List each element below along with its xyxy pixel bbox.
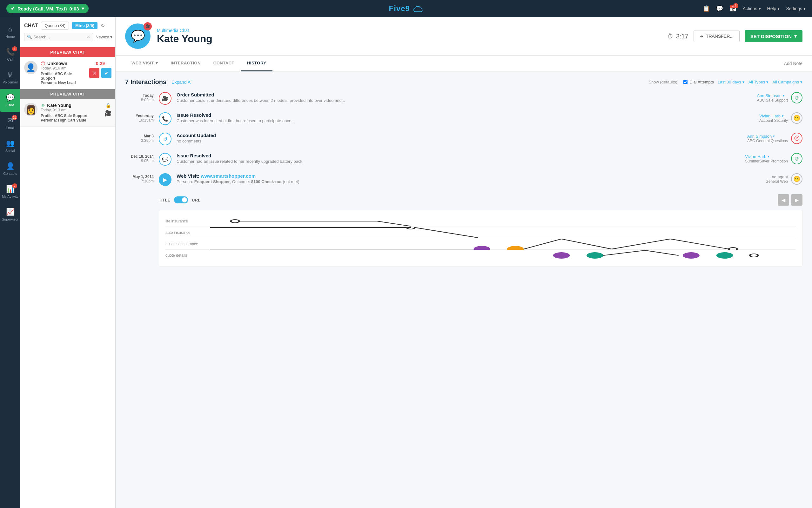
interaction-icon-2: 📞 — [159, 112, 171, 125]
journey-line-life — [210, 215, 796, 227]
svg-line-16 — [603, 250, 645, 255]
sidebar-supervisor-label: Supervisor — [2, 217, 19, 221]
sidebar-item-supervisor[interactable]: 📈 Supervisor — [0, 203, 20, 226]
calendar-icon[interactable]: 📅 1 — [729, 5, 736, 12]
interaction-body-1: Order Submitted Customer couldn't unders… — [177, 92, 752, 103]
preview-label-1: PREVIEW CHAT — [20, 47, 115, 57]
toggle-row: TITLE URL ◀ ▶ — [159, 194, 803, 206]
generic-avatar-icon: 👤 — [26, 63, 36, 72]
web-visit-link[interactable]: www.smartshopper.com — [201, 173, 256, 179]
preview-label-2: PREVIEW CHAT — [20, 89, 115, 99]
svg-point-0 — [231, 220, 239, 223]
interaction-right-3: Ann Simpson ▾ ABC General Questions ☹ — [747, 133, 803, 144]
chat-item-1[interactable]: 👤 ☹ Unknown Today, 9:16 am Profile: ABC … — [20, 57, 115, 89]
history-content: 7 Interactions Expand All Show (defaults… — [116, 72, 812, 508]
unhappy-indicator: ☹ — [41, 61, 45, 66]
journey-row-business-insurance: business insurance — [165, 238, 796, 250]
search-input[interactable] — [33, 35, 87, 39]
queue-button[interactable]: Queue (34) — [41, 22, 69, 30]
chat-actions-1: ✕ ✔ — [89, 68, 112, 78]
show-defaults-label: Show (defaults): — [649, 80, 678, 84]
accept-button-1[interactable]: ✔ — [101, 68, 112, 78]
journey-line-business — [210, 238, 796, 250]
interaction-icon-4: 💬 — [159, 153, 171, 166]
journey-svg-life — [210, 215, 796, 227]
nav-arrows: ◀ ▶ — [778, 194, 803, 206]
chat-item-info-1: ☹ Unknown Today, 9:16 am Profile: ABC Sa… — [41, 61, 86, 85]
tab-interaction[interactable]: INTERACTION — [164, 55, 207, 71]
all-campaigns-filter[interactable]: All Campaigns ▾ — [772, 80, 803, 84]
sidebar-item-home[interactable]: ⌂ Home — [0, 20, 20, 43]
sidebar-item-my-activity[interactable]: 📊 My Activity 2 — [0, 180, 20, 203]
interaction-desc-4: Customer had an issue related to her rec… — [177, 159, 740, 164]
journey-row-life-insurance: life insurance — [165, 215, 796, 227]
sidebar-item-social[interactable]: 👥 Social — [0, 134, 20, 157]
mine-button[interactable]: Mine (2/5) — [72, 22, 98, 29]
actions-button[interactable]: Actions ▾ — [743, 6, 761, 11]
reject-button-1[interactable]: ✕ — [89, 68, 100, 78]
help-button[interactable]: Help ▾ — [767, 6, 780, 11]
sidebar-item-chat[interactable]: 💬 Chat — [0, 89, 20, 112]
all-types-filter[interactable]: All Types ▾ — [748, 80, 769, 84]
last-days-arrow: ▾ — [742, 80, 745, 84]
contact-avatar: 💬 🎥 — [125, 24, 151, 49]
chat-item-persona-1: Persona: New Lead — [41, 81, 86, 85]
chat-item-profile-1: Profile: ABC Sale Support — [41, 72, 86, 81]
interaction-title-1: Order Submitted — [177, 92, 752, 97]
settings-button[interactable]: Settings ▾ — [786, 6, 806, 11]
tab-web-visit[interactable]: WEB VISIT ▾ — [125, 55, 164, 71]
svg-line-2 — [377, 221, 411, 226]
interaction-icon-5: ▶ — [159, 173, 171, 186]
search-input-wrap: 🔍 ✕ — [24, 33, 93, 41]
filter-row: Dial Attempts Last 30 days ▾ All Types ▾… — [683, 80, 803, 84]
sidebar-home-label: Home — [5, 35, 14, 38]
notepad-icon[interactable]: 📋 — [703, 5, 710, 12]
chat-panel-header: CHAT Queue (34) Mine (2/5) ↻ 🔍 ✕ Newest … — [20, 17, 115, 47]
svg-line-17 — [645, 250, 679, 255]
chat-item-2[interactable]: 👩 ☺ Kate Young Today, 9:13 am Profile: A… — [20, 99, 115, 127]
video-badge-header: 🎥 — [144, 22, 152, 31]
sidebar-email-label: Email — [6, 126, 14, 130]
agent-dropdown-2: ▾ — [782, 114, 784, 118]
svg-point-20 — [750, 254, 758, 257]
dial-attempts-checkbox[interactable] — [683, 80, 688, 84]
clear-icon[interactable]: ✕ — [87, 35, 90, 39]
agent-dropdown-3: ▾ — [773, 134, 775, 138]
interaction-right-4: Vivian Harb ▾ SummerSaver Promotion ☺ — [745, 153, 803, 164]
dial-attempts-label[interactable]: Dial Attempts — [683, 80, 714, 84]
next-arrow-button[interactable]: ▶ — [791, 194, 803, 206]
transfer-arrow-icon: ➜ — [700, 34, 703, 39]
sidebar-item-contacts[interactable]: 👤 Contacts — [0, 157, 20, 180]
logo-area: Five9 — [389, 4, 423, 13]
svg-line-11 — [612, 239, 670, 249]
interaction-item-1: Today 8:02am 🎥 Order Submitted Customer … — [125, 92, 803, 105]
sidebar-item-email[interactable]: ✉ Email 13 — [0, 112, 20, 134]
transfer-button[interactable]: ➜ TRANSFER... — [694, 30, 740, 42]
journey-line-auto — [210, 227, 796, 238]
logo-accent: 9 — [405, 4, 410, 13]
sort-arrow-icon: ▾ — [110, 35, 112, 39]
tab-history[interactable]: HISTORY — [241, 55, 273, 71]
interaction-right-1: Ann Simpson ▾ ABC Sale Support ☺ — [757, 92, 803, 103]
lock-icon: 🔒 — [106, 103, 111, 108]
set-disposition-button[interactable]: SET DISPOSITION ▾ — [745, 30, 803, 42]
add-note-button[interactable]: Add Note — [784, 61, 803, 66]
tab-contact[interactable]: CONTACT — [207, 55, 241, 71]
toggle-switch[interactable] — [174, 197, 188, 203]
sidebar-item-call[interactable]: 📞 Call 1 — [0, 43, 20, 66]
sidebar-item-voicemail[interactable]: 🎙 Voicemail — [0, 66, 20, 89]
disposition-dropdown-icon: ▾ — [794, 33, 797, 39]
chat-nav-icon[interactable]: 💬 — [716, 5, 723, 12]
preview-chat-header-1: PREVIEW CHAT — [20, 47, 115, 57]
last-days-filter[interactable]: Last 30 days ▾ — [718, 80, 745, 84]
svg-line-10 — [562, 239, 612, 249]
ready-badge[interactable]: ✔ Ready (Call, VM, Text) 0:03 ▾ — [6, 4, 89, 13]
refresh-button[interactable]: ↻ — [101, 23, 105, 29]
prev-arrow-button[interactable]: ◀ — [778, 194, 789, 206]
contacts-icon: 👤 — [6, 162, 14, 170]
all-types-arrow: ▾ — [766, 80, 769, 84]
chat-item-profile-2: Profile: ABC Sale Support — [41, 114, 101, 118]
ready-status-text: Ready (Call, VM, Text) — [17, 6, 67, 11]
sort-dropdown[interactable]: Newest ▾ — [95, 35, 112, 39]
expand-all-button[interactable]: Expand All — [171, 80, 192, 85]
